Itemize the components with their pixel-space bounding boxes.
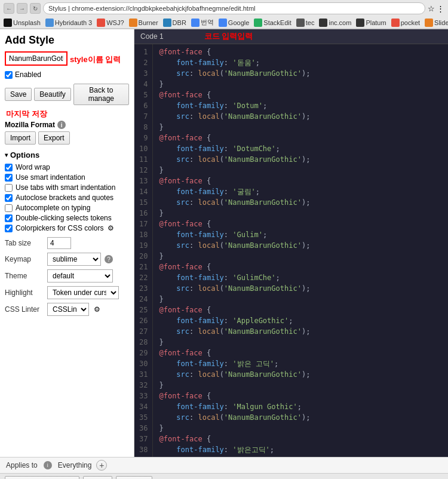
- applies-to-info-icon[interactable]: i: [44, 461, 52, 469]
- code-line: src: local('NanumBarunGothic');: [159, 154, 442, 165]
- code-line: }: [159, 122, 442, 133]
- star-icon[interactable]: ☆: [428, 4, 435, 13]
- option-autocomplete: Autocomplete on typing: [5, 204, 129, 212]
- code-line: src: local('NanumBarunGothic');: [159, 412, 442, 423]
- option-autocomplete-checkbox[interactable]: [5, 204, 13, 212]
- mozilla-format-row: Mozilla Format i: [5, 121, 129, 129]
- code-line: @font-face {: [159, 434, 442, 444]
- save-button[interactable]: Save: [5, 88, 32, 101]
- import-label: Import: [10, 134, 30, 142]
- code-line: font-family: 'DotumChe';: [159, 143, 442, 154]
- code-line: @font-face {: [159, 305, 442, 315]
- bookmark-tec[interactable]: tec: [296, 19, 315, 27]
- code-editor[interactable]: 12345 678910 1112131415 1617181920 21222…: [134, 44, 448, 457]
- code-line: @font-face {: [159, 133, 442, 143]
- address-text: Stylus | chrome-extension://clngdbkpkeeb…: [48, 5, 256, 12]
- option-double-click: Double-clicking selects tokens: [5, 214, 129, 222]
- add-section-plus-button[interactable]: +: [96, 460, 107, 471]
- option-autoclose: Autoclose brackets and quotes: [5, 194, 129, 202]
- code-content[interactable]: @font-face { font-family: '돋움'; src: loc…: [153, 44, 448, 457]
- bookmark-slideshare[interactable]: SlideShare: [425, 19, 448, 27]
- code-tab-label[interactable]: Code 1: [140, 32, 164, 41]
- mozilla-info-icon[interactable]: i: [57, 121, 66, 129]
- bottom-actions-bar: Add another section Clone Beautify: [0, 473, 448, 479]
- keymap-label: Keymap: [5, 255, 44, 263]
- option-tabs-smart-checkbox[interactable]: [5, 184, 13, 192]
- bookmark-translate[interactable]: 번역: [191, 18, 214, 27]
- code-line: font-family: 'AppleGothic';: [159, 315, 442, 326]
- keymap-row: Keymap sublime default emacs vim ?: [5, 253, 129, 266]
- option-smart-indent-checkbox[interactable]: [5, 174, 13, 182]
- bookmark-google[interactable]: Google: [219, 19, 249, 27]
- menu-icon[interactable]: ⋮: [437, 4, 444, 13]
- back-to-manage-button[interactable]: Back to manage: [73, 84, 129, 105]
- theme-row: Theme default: [5, 269, 129, 283]
- bookmark-inc[interactable]: inc.com: [319, 19, 351, 27]
- style-name-input[interactable]: [5, 51, 67, 66]
- css-linter-select[interactable]: CSSLint StyleLint None: [47, 303, 89, 316]
- keymap-help-icon[interactable]: ?: [105, 255, 113, 263]
- option-autoclose-checkbox[interactable]: [5, 194, 13, 202]
- option-smart-indent: Use smart indentation: [5, 173, 129, 182]
- options-header[interactable]: ▾ Options: [5, 151, 129, 159]
- tab-size-input[interactable]: [47, 237, 71, 249]
- refresh-btn[interactable]: ↻: [30, 3, 41, 14]
- enabled-row: Enabled: [5, 70, 129, 79]
- bookmark-hybridauth[interactable]: Hybridauth 3: [45, 19, 92, 27]
- export-button[interactable]: Export: [38, 131, 70, 145]
- code-line: @font-face {: [159, 47, 442, 57]
- option-word-wrap-checkbox[interactable]: [5, 164, 13, 171]
- beautify-button[interactable]: Beautify: [34, 88, 70, 101]
- code-line: src: local('NanumBarunGothic');: [159, 240, 442, 251]
- bookmark-pocket[interactable]: pocket: [391, 19, 420, 27]
- main-content: Add Style style이름 입력 Enabled Save Beauti…: [0, 29, 448, 457]
- code-line: @font-face {: [159, 90, 442, 100]
- code-line: }: [159, 380, 442, 391]
- highlight-select[interactable]: Token under cursor: [47, 286, 119, 299]
- code-header: Code 1 코드 입력입력: [134, 29, 448, 44]
- code-line: src: local('NanumBarunGothic');: [159, 369, 442, 380]
- code-line: src: local('NanumBarunGothic');: [159, 455, 442, 457]
- beautify-label: Beautify: [39, 90, 65, 99]
- bookmark-stackedit[interactable]: StackEdit: [254, 19, 291, 27]
- code-line: @font-face {: [159, 391, 442, 401]
- css-linter-label: CSS Linter: [5, 305, 44, 314]
- css-linter-gear-icon[interactable]: ⚙: [93, 305, 101, 314]
- bookmark-platum[interactable]: Platum: [356, 19, 386, 27]
- import-button[interactable]: Import: [5, 131, 36, 145]
- option-word-wrap: Word wrap: [5, 163, 129, 171]
- code-line: }: [159, 337, 442, 348]
- back-label: Back to manage: [88, 86, 114, 103]
- code-line: font-family: '굴림';: [159, 186, 442, 197]
- clone-button[interactable]: Clone: [83, 476, 112, 479]
- keymap-select[interactable]: sublime default emacs vim: [47, 253, 101, 266]
- bookmark-dbr[interactable]: DBR: [163, 19, 186, 27]
- colorpickers-gear-icon[interactable]: ⚙: [106, 224, 115, 232]
- bookmarks-bar: Unsplash Hybridauth 3 WSJ? Burner DBR 번역…: [0, 17, 448, 29]
- code-line: font-family: 'GulimChe';: [159, 272, 442, 283]
- bookmark-burner[interactable]: Burner: [129, 19, 158, 27]
- bookmark-wsj[interactable]: WSJ?: [97, 19, 124, 27]
- bookmark-unsplash[interactable]: Unsplash: [4, 19, 41, 27]
- option-colorpickers-checkbox[interactable]: [5, 225, 13, 232]
- add-another-section-button[interactable]: Add another section: [5, 476, 79, 479]
- options-title: Options: [10, 151, 39, 159]
- last-save-hint: 마지막 저장: [6, 109, 47, 118]
- tab-size-label: Tab size: [5, 239, 44, 247]
- code-line: }: [159, 251, 442, 262]
- forward-btn[interactable]: →: [17, 3, 27, 14]
- options-arrow: ▾: [5, 152, 8, 158]
- left-panel: Add Style style이름 입력 Enabled Save Beauti…: [0, 29, 134, 457]
- code-panel: Code 1 코드 입력입력 12345 678910 1112131415 1…: [134, 29, 448, 457]
- theme-select[interactable]: default: [47, 269, 113, 283]
- code-line: font-family: '돋움';: [159, 57, 442, 68]
- panel-title: Add Style: [5, 34, 129, 47]
- beautify-bottom-button[interactable]: Beautify: [116, 476, 152, 479]
- tab-size-row: Tab size: [5, 237, 129, 249]
- enabled-checkbox[interactable]: [5, 71, 13, 79]
- code-hint: 코드 입력입력: [204, 31, 253, 42]
- browser-chrome: ← → ↻ Stylus | chrome-extension://clngdb…: [0, 0, 448, 29]
- back-btn[interactable]: ←: [4, 3, 14, 14]
- address-bar[interactable]: Stylus | chrome-extension://clngdbkpkeeb…: [43, 2, 425, 14]
- option-double-click-checkbox[interactable]: [5, 214, 13, 222]
